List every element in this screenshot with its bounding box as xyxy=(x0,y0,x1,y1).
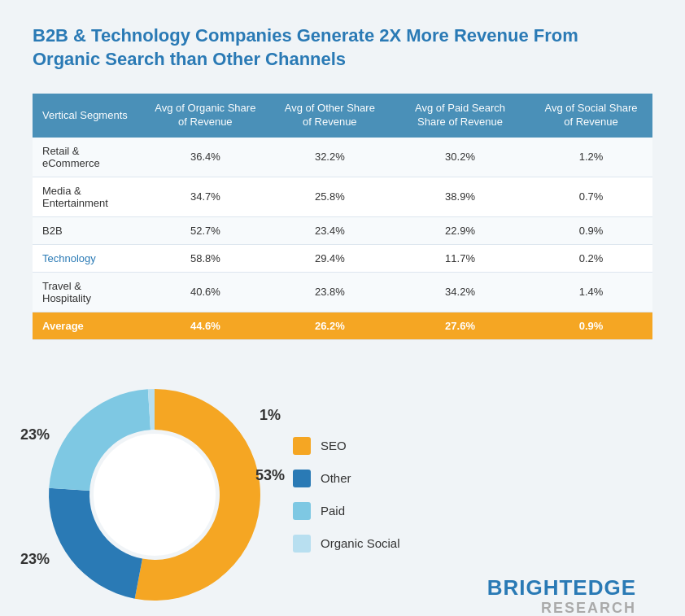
donut-svg xyxy=(33,373,277,616)
cell-social: 0.7% xyxy=(530,177,652,216)
legend-item-organic-social: Organic Social xyxy=(293,535,400,553)
bottom-section: 53% 1% 23% 23% SEO Other Paid xyxy=(33,373,652,616)
cell-social: 1.2% xyxy=(530,138,652,177)
cell-social: 1.4% xyxy=(530,272,652,312)
average-row: Average44.6%26.2%27.6%0.9% xyxy=(33,312,652,339)
cell-segment: Retail & eCommerce xyxy=(33,138,142,177)
cell-segment: Travel & Hospitality xyxy=(33,272,142,312)
avg-cell: Average xyxy=(33,312,142,339)
cell-other: 29.4% xyxy=(269,244,390,272)
research-label: RESEARCH xyxy=(487,600,636,616)
avg-cell: 27.6% xyxy=(390,312,530,339)
chart-legend: SEO Other Paid Organic Social xyxy=(293,437,400,553)
table-row: B2B52.7%23.4%22.9%0.9% xyxy=(33,216,652,244)
cell-organic: 52.7% xyxy=(142,216,269,244)
legend-item-paid: Paid xyxy=(293,502,400,520)
cell-organic: 36.4% xyxy=(142,138,269,177)
chart-and-legend: 53% 1% 23% 23% SEO Other Paid xyxy=(33,373,487,616)
legend-label-paid: Paid xyxy=(321,504,345,518)
legend-label-organic-social: Organic Social xyxy=(321,536,400,550)
cell-social: 0.9% xyxy=(530,216,652,244)
table-row: Retail & eCommerce36.4%32.2%30.2%1.2% xyxy=(33,138,652,177)
legend-label-seo: SEO xyxy=(321,439,347,452)
cell-other: 23.4% xyxy=(269,216,390,244)
legend-color-other xyxy=(293,470,311,487)
table-row: Technology58.8%29.4%11.7%0.2% xyxy=(33,244,652,272)
legend-label-other: Other xyxy=(321,471,351,485)
col-header-other: Avg of Other Share of Revenue xyxy=(269,94,390,138)
cell-paid: 38.9% xyxy=(390,177,530,216)
cell-organic: 34.7% xyxy=(142,177,269,216)
avg-cell: 0.9% xyxy=(530,312,652,339)
cell-social: 0.2% xyxy=(530,244,652,272)
cell-other: 23.8% xyxy=(269,272,390,312)
col-header-organic: Avg of Organic Share of Revenue xyxy=(142,94,269,138)
table-row: Media & Entertainment34.7%25.8%38.9%0.7% xyxy=(33,177,652,216)
cell-other: 32.2% xyxy=(269,138,390,177)
brightedge-logo: BRIGHTEDGE RESEARCH xyxy=(487,576,652,616)
brightedge-name: BRIGHTEDGE xyxy=(487,576,636,600)
legend-color-organic-social xyxy=(293,535,311,553)
col-header-social: Avg of Social Share of Revenue xyxy=(530,94,652,138)
cell-organic: 58.8% xyxy=(142,244,269,272)
avg-cell: 44.6% xyxy=(142,312,269,339)
cell-segment: Media & Entertainment xyxy=(33,177,142,216)
legend-color-paid xyxy=(293,502,311,520)
cell-other: 25.8% xyxy=(269,177,390,216)
cell-organic: 40.6% xyxy=(142,272,269,312)
avg-cell: 26.2% xyxy=(269,312,390,339)
col-header-segment: Vertical Segments xyxy=(33,94,142,138)
table-row: Travel & Hospitality40.6%23.8%34.2%1.4% xyxy=(33,272,652,312)
cell-paid: 11.7% xyxy=(390,244,530,272)
legend-item-seo: SEO xyxy=(293,437,400,455)
page-title: B2B & Technology Companies Generate 2X M… xyxy=(33,24,602,71)
data-table: Vertical Segments Avg of Organic Share o… xyxy=(33,94,652,340)
donut-hole xyxy=(94,434,216,556)
cell-paid: 34.2% xyxy=(390,272,530,312)
legend-color-seo xyxy=(293,437,311,455)
cell-paid: 22.9% xyxy=(390,216,530,244)
col-header-paid: Avg of Paid Search Share of Revenue xyxy=(390,94,530,138)
cell-segment: Technology xyxy=(33,244,142,272)
donut-chart: 53% 1% 23% 23% xyxy=(33,373,277,616)
legend-item-other: Other xyxy=(293,470,400,487)
cell-paid: 30.2% xyxy=(390,138,530,177)
cell-segment: B2B xyxy=(33,216,142,244)
branding-section: BRIGHTEDGE RESEARCH xyxy=(487,373,652,616)
